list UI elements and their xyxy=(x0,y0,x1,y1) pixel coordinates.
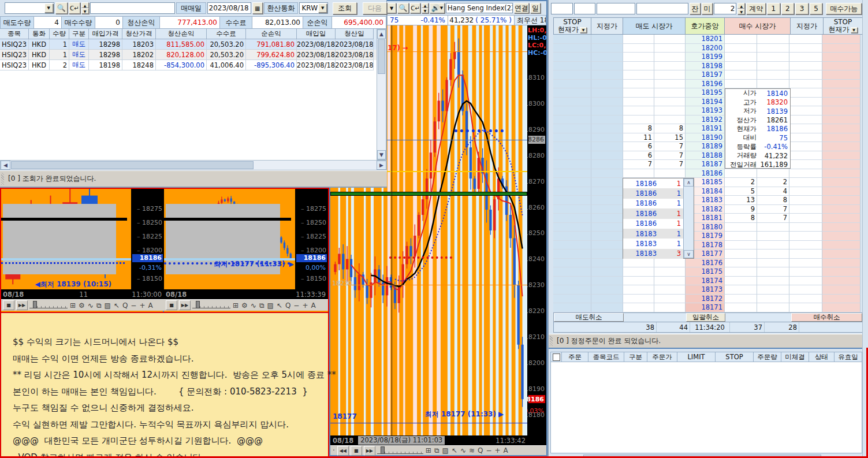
column-header[interactable]: STOP xyxy=(716,352,754,362)
copy-icon[interactable]: ⧉ xyxy=(434,446,440,455)
ladder-cell[interactable] xyxy=(725,62,757,71)
ladder-cell[interactable] xyxy=(789,303,822,312)
forward-icon[interactable]: ▶▶ xyxy=(179,300,191,310)
h-scrollbar[interactable]: ◀ ▶ xyxy=(0,160,387,170)
ladder-cell[interactable] xyxy=(591,259,623,268)
day-button[interactable]: 일 xyxy=(530,3,541,13)
ladder-cell[interactable] xyxy=(591,70,623,80)
ladder-cell[interactable] xyxy=(757,70,789,80)
ladder-price[interactable]: 18189 xyxy=(686,142,725,151)
ladder-price[interactable]: 18192 xyxy=(686,116,725,125)
ladder-price[interactable]: 18171 xyxy=(686,303,725,312)
cursor-icon[interactable]: ↖ xyxy=(276,301,283,310)
ladder-cell[interactable]: 7 xyxy=(757,214,789,223)
ladder-cell[interactable] xyxy=(789,88,822,98)
ladder-cell[interactable]: 6 xyxy=(623,151,654,161)
column-header[interactable]: 청산손익 xyxy=(156,29,207,39)
column-header[interactable]: 주문량 xyxy=(754,352,781,362)
ladder-cell[interactable] xyxy=(591,142,623,151)
ladder-cell[interactable] xyxy=(553,35,591,44)
ladder-cell[interactable] xyxy=(789,160,822,169)
select-all-checkbox[interactable] xyxy=(550,352,562,362)
ladder-cell[interactable] xyxy=(822,303,860,312)
ladder-cell[interactable] xyxy=(654,169,686,178)
ladder-cell[interactable] xyxy=(553,277,591,286)
ladder-cell[interactable] xyxy=(654,295,686,304)
zoom-out-icon[interactable]: − xyxy=(130,301,137,310)
ladder-cell[interactable] xyxy=(725,70,757,80)
symbol-input[interactable]: Hang Seng Index(23.0 xyxy=(446,3,513,13)
sell-market-header[interactable]: 매도 시장가 xyxy=(623,17,686,35)
ladder-cell[interactable] xyxy=(654,44,686,53)
ladder-cell[interactable]: 8 xyxy=(725,214,757,223)
stop-icon[interactable]: ■ xyxy=(166,300,177,310)
column-header[interactable]: 수량 xyxy=(50,29,69,39)
limit-header-right[interactable]: 지정가 xyxy=(791,17,824,35)
ladder-cell[interactable] xyxy=(757,285,789,295)
column-header[interactable]: 청산가격 xyxy=(122,29,156,39)
ladder-cell[interactable] xyxy=(553,70,591,80)
ladder-cell[interactable] xyxy=(789,70,822,80)
stop-cur-header-right[interactable]: STOP 현재가▼ xyxy=(824,17,863,35)
ladder-cell[interactable] xyxy=(822,116,860,125)
ladder-cell[interactable] xyxy=(623,259,654,268)
column-header[interactable]: 구분 xyxy=(69,29,89,39)
column-header[interactable]: 통화 xyxy=(29,29,50,39)
ladder-price[interactable]: 18194 xyxy=(686,98,725,107)
ladder-cell[interactable] xyxy=(789,178,822,187)
ladder-cell[interactable] xyxy=(591,277,623,286)
ladder-cell[interactable] xyxy=(654,80,686,89)
center-price-header[interactable]: 호가중앙 xyxy=(686,17,725,35)
ladder-price[interactable]: 18199 xyxy=(686,53,725,62)
column-header[interactable]: 유효일 xyxy=(835,352,862,362)
combo-arrow-icon[interactable]: ▼ xyxy=(318,3,327,13)
ladder-cell[interactable] xyxy=(822,214,860,223)
ladder-cell[interactable] xyxy=(789,98,822,107)
ladder-cell[interactable] xyxy=(591,196,623,205)
ladder-cell[interactable] xyxy=(654,303,686,312)
dropdown-icon[interactable]: ▼ xyxy=(851,27,858,33)
ladder-cell[interactable] xyxy=(591,169,623,178)
forward-icon[interactable]: ▶▶ xyxy=(364,446,375,456)
gear-icon[interactable]: ⚙ xyxy=(241,301,248,310)
zoom-in-icon[interactable]: + xyxy=(139,301,146,310)
ladder-cell[interactable] xyxy=(822,133,860,143)
ladder-cell[interactable] xyxy=(623,62,654,71)
ladder-cell[interactable] xyxy=(789,187,822,196)
table-row[interactable]: HSIQ23HKD1매도1829818202820,128.0020,503.2… xyxy=(0,50,377,60)
ladder-cell[interactable] xyxy=(591,223,623,232)
ladder-cell[interactable] xyxy=(553,151,591,161)
ladder-cell[interactable] xyxy=(591,151,623,161)
ladder-cell[interactable] xyxy=(789,205,822,214)
ladder-cell[interactable] xyxy=(553,205,591,214)
ladder-cell[interactable] xyxy=(553,160,591,169)
ladder-cell[interactable] xyxy=(725,303,757,312)
column-header[interactable]: 종목코드 xyxy=(588,352,624,362)
ladder-cell[interactable]: 9 xyxy=(725,205,757,214)
ladder-price[interactable]: 18174 xyxy=(686,277,725,286)
ladder-cell[interactable] xyxy=(591,267,623,277)
spin-down-icon[interactable]: ▼ xyxy=(81,8,89,14)
ladder-cell[interactable] xyxy=(591,35,623,44)
ladder-cell[interactable] xyxy=(789,106,822,116)
ladder-cell[interactable] xyxy=(822,169,860,178)
ladder-price[interactable]: 18175 xyxy=(686,267,725,277)
trade-date-input[interactable]: 2023/08/18 xyxy=(207,2,251,14)
ladder-price[interactable]: 18187 xyxy=(686,160,725,169)
search-icon[interactable]: 🔍 xyxy=(397,3,409,13)
ladder-cell[interactable] xyxy=(789,223,822,232)
stop-icon[interactable]: ■ xyxy=(351,446,362,456)
ladder-cell[interactable] xyxy=(725,80,757,89)
ladder-cell[interactable] xyxy=(553,196,591,205)
column-header[interactable]: 매입일 xyxy=(297,29,336,39)
ladder-cell[interactable] xyxy=(757,295,789,304)
zoom-out-icon[interactable]: − xyxy=(293,301,300,310)
ladder-cell[interactable] xyxy=(822,232,860,241)
ladder-cell[interactable] xyxy=(654,267,686,277)
ladder-cell[interactable] xyxy=(591,303,623,312)
ladder-cell[interactable] xyxy=(822,250,860,259)
ladder-cell[interactable] xyxy=(623,80,654,89)
ladder-cell[interactable] xyxy=(654,285,686,295)
ladder-cell[interactable] xyxy=(553,62,591,71)
ladder-cell[interactable] xyxy=(553,116,591,125)
